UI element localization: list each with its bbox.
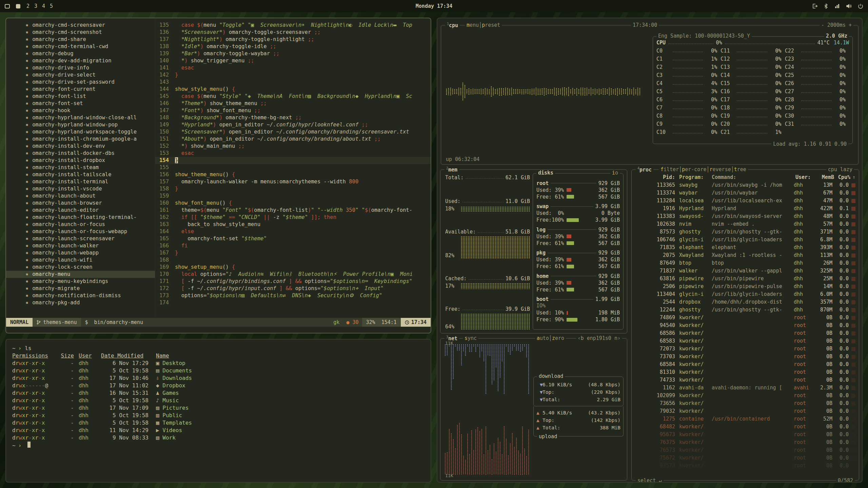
process-row[interactable]: 113284localsea/usr/lib/localsearch-exdhh… [635, 197, 855, 205]
process-row[interactable]: 79032kworker/root0B0.0 [635, 407, 855, 415]
process-row[interactable]: 95673kworker/root0B0.0 [635, 431, 855, 439]
cpu-panel-buttons[interactable]: menu│preset [465, 22, 502, 28]
file-item[interactable]: ✱omarchy-launch-editor [6, 207, 155, 214]
process-row[interactable]: 75672kworker/root0B0.0 [635, 454, 855, 462]
mem-panel-title[interactable]: 2mem [445, 166, 459, 173]
terminal-cursor[interactable] [27, 442, 31, 448]
file-item[interactable]: ✱omarchy-hyprland-window-pop [6, 121, 155, 128]
logout-icon[interactable] [812, 3, 817, 9]
process-row[interactable]: 1275containe/usr/bin/containerdroot52M0.… [635, 415, 855, 423]
process-row[interactable]: 2075XwaylandXwayland :1 -rootless -dhh11… [635, 251, 855, 259]
file-item[interactable]: ✱omarchy-lock-screen [6, 264, 155, 271]
process-row[interactable]: 76573kworker/root0B0.0 [635, 446, 855, 454]
process-row[interactable]: 102099kworker/root0B0.0 [635, 392, 855, 400]
process-row[interactable]: 2506pipewire/usr/bin/pipewire-pulsedhh14… [635, 283, 855, 290]
process-row[interactable]: 81310kworker/root0B0.0 [635, 368, 855, 376]
file-item[interactable]: ✱omarchy-install-dropbox [6, 157, 155, 164]
update-interval[interactable]: - 2000ms + [820, 22, 853, 28]
process-row[interactable]: 113383swayosd-/usr/bin/swayosd-serverdhh… [635, 212, 855, 220]
file-item[interactable]: ✱omarchy-drive-info [6, 64, 155, 72]
file-item[interactable]: ✱omarchy-font-current [6, 86, 155, 93]
file-item[interactable]: ✱omarchy-launch-walker [6, 242, 155, 249]
file-item[interactable]: ✱omarchy-pkg-add [6, 299, 155, 306]
file-item[interactable]: ✱omarchy-font-list [6, 93, 155, 100]
net-sync-button[interactable]: sync [463, 335, 478, 341]
file-item[interactable]: ✱omarchy-install-steam [6, 164, 155, 171]
process-row[interactable]: 87573ghostty/usr/bin/ghostty --gtk-dhh37… [635, 228, 855, 236]
net-interface[interactable]: ‹b enp191s0 n› [576, 335, 622, 341]
process-row[interactable]: 68584kworker/root0B0.0 [635, 361, 855, 368]
file-item[interactable]: ✱omarchy-migrate [6, 285, 155, 292]
process-row[interactable]: 63816pipewire/usr/bin/pipewiredhh25M0.0 [635, 275, 855, 283]
process-row[interactable]: 1916HyprlandHyprlanddhh422M0.1 [635, 205, 855, 212]
proc-buttons[interactable]: filter│per-core│reverse│tree [659, 166, 748, 172]
file-item[interactable]: ✱omarchy-launch-or-focus-webapp [6, 228, 155, 235]
process-row[interactable]: 113404glycin-i/usr/lib/glycin-loadersdhh… [635, 290, 855, 298]
process-row[interactable]: 72073kworker/root0B0.0 [635, 345, 855, 353]
process-row[interactable]: 74869kworker/root0B0.0 [635, 314, 855, 322]
file-item[interactable]: ✱omarchy-drive-select [6, 72, 155, 79]
process-row[interactable]: 73703kworker/root0B0.0 [635, 353, 855, 361]
file-item[interactable]: ✱omarchy-menu-keybindings [6, 278, 155, 285]
process-row[interactable]: 68583kworker/root0B0.0 [635, 337, 855, 345]
process-row[interactable]: 74733kworker/root0B0.0 [635, 376, 855, 384]
file-item[interactable]: ✱omarchy-drive-set-password [6, 79, 155, 86]
process-row[interactable]: 2544dropbox/home/dhh/.dropbox-distdhh357… [635, 298, 855, 306]
process-row[interactable]: 71835elephantelephantdhh393M0.0 [635, 244, 855, 251]
file-item[interactable]: ✱omarchy-debug [6, 50, 155, 57]
process-table-header[interactable]: Pid:Program:Command:User:MemBCpu%↑ [635, 173, 855, 181]
file-item[interactable]: ✱omarchy-hook [6, 107, 155, 114]
file-item[interactable]: ✱omarchy-launch-about [6, 192, 155, 200]
volume-icon[interactable] [846, 3, 852, 9]
file-item[interactable]: ✱omarchy-cmd-screensaver [6, 22, 155, 29]
file-item[interactable]: ✱omarchy-launch-screensaver [6, 235, 155, 242]
file-item[interactable]: ✱omarchy-install-vscode [6, 185, 155, 192]
file-item[interactable]: ✱omarchy-launch-webapp [6, 249, 155, 257]
file-item[interactable]: ✱omarchy-cmd-screenshot [6, 29, 155, 36]
file-item[interactable]: ✱omarchy-hyprland-workspace-toggle [6, 128, 155, 136]
file-item[interactable]: ✱omarchy-dev-add-migration [6, 57, 155, 64]
process-row[interactable]: 113374waybar/usr/bin/waybardhh67M0.0 [635, 189, 855, 197]
bluetooth-icon[interactable] [824, 3, 828, 9]
process-row[interactable]: 87649btopbtopdhh26M0.0 [635, 259, 855, 267]
process-row[interactable]: 68482kworker/root0B0.0 [635, 423, 855, 431]
cpu-panel-title[interactable]: 1cpu [445, 22, 460, 28]
file-item[interactable]: ✱omarchy-install-dev-env [6, 143, 155, 150]
file-item[interactable]: ✱omarchy-notification-dismiss [6, 292, 155, 299]
stats-icon[interactable] [834, 3, 840, 9]
process-row[interactable]: 102638nvimnvim --embed .dhh57M0.0 [635, 220, 855, 228]
power-icon[interactable] [858, 3, 863, 9]
file-item[interactable]: ✱omarchy-menu [6, 271, 155, 278]
process-row[interactable]: 76375kworker/root0B0.0 [635, 439, 855, 446]
process-row[interactable]: 71837walker/usr/bin/walker --gappldhh325… [635, 267, 855, 275]
io-mode-button[interactable]: io [610, 170, 620, 176]
file-item[interactable]: ✱omarchy-launch-browser [6, 200, 155, 207]
process-row[interactable]: 1162avahi-daavahi-daemon: running [avahi… [635, 384, 855, 392]
code-line: 164 else [155, 228, 431, 235]
code-pane[interactable]: 135 case $(menu "Toggle" "▣ Screensaver\… [155, 18, 431, 318]
process-row[interactable]: 94540kworker/root0B0.0 [635, 322, 855, 329]
process-row[interactable]: 106746glycin-i/usr/lib/glycin-loadersdhh… [635, 236, 855, 244]
file-item[interactable]: ✱omarchy-install-tailscale [6, 171, 155, 178]
proc-panel-title[interactable]: 4proc [636, 166, 653, 173]
file-item[interactable]: ✱omarchy-install-terminal [6, 178, 155, 185]
terminal-window[interactable]: ~ › ls PermissionsSizeUserDate ModifiedN… [5, 339, 431, 483]
file-item[interactable]: ✱omarchy-launch-wifi [6, 257, 155, 264]
file-item[interactable]: ✱omarchy-launch-or-focus [6, 221, 155, 228]
file-item[interactable]: ✱omarchy-hyprland-window-close-all [6, 114, 155, 121]
file-item[interactable]: ✱omarchy-install-chromium-google-a [6, 136, 155, 143]
select-hint[interactable]: select ↵ [636, 477, 664, 483]
process-row[interactable]: 113365swaybg/usr/bin/swaybg -i /homdhh13… [635, 181, 855, 189]
file-item[interactable]: ✱omarchy-cmd-terminal-cwd [6, 43, 155, 50]
process-row[interactable]: 12244ghostty/usr/bin/ghostty --gtk-dhh87… [635, 306, 855, 314]
file-item[interactable]: ✱omarchy-cmd-share [6, 36, 155, 43]
proc-sort-mode[interactable]: cpu lazy [826, 166, 854, 172]
file-item[interactable]: ✱omarchy-launch-floating-terminal- [6, 214, 155, 221]
process-row[interactable]: 73656kworker/root0B0.0 [635, 400, 855, 407]
process-row[interactable]: 93573kworker/root0B0.0 [635, 462, 855, 470]
file-item[interactable]: ✱omarchy-install-docker-dbs [6, 150, 155, 157]
file-item[interactable]: ✱omarchy-font-set [6, 100, 155, 107]
file-explorer[interactable]: ✱omarchy-cmd-screensaver✱omarchy-cmd-scr… [6, 18, 155, 318]
process-row[interactable]: 68586kworker/root0B0.0 [635, 329, 855, 337]
net-buttons[interactable]: auto│zero [535, 335, 566, 341]
